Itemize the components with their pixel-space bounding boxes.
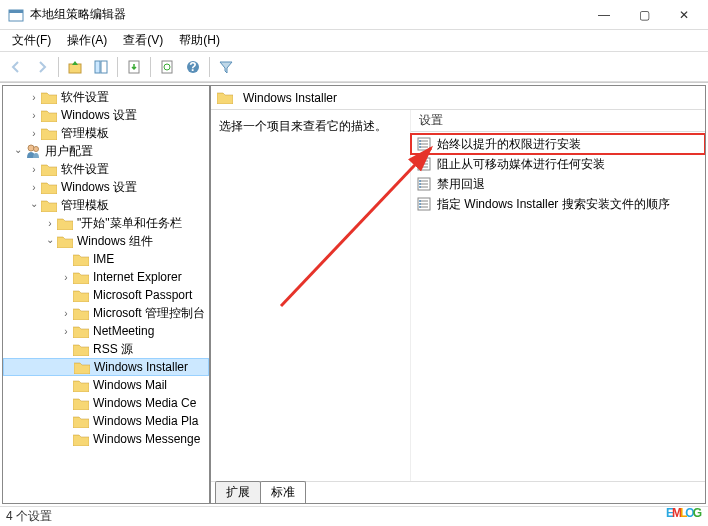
tree-item[interactable]: ⌄管理模板 bbox=[3, 196, 209, 214]
svg-point-18 bbox=[419, 146, 421, 148]
policy-item[interactable]: 始终以提升的权限进行安装 bbox=[411, 134, 705, 154]
policy-label: 指定 Windows Installer 搜索安装文件的顺序 bbox=[437, 196, 670, 213]
toolbar-separator bbox=[209, 57, 210, 77]
policy-item[interactable]: 阻止从可移动媒体进行任何安装 bbox=[411, 154, 705, 174]
tree-item-label: "开始"菜单和任务栏 bbox=[77, 215, 182, 232]
svg-point-23 bbox=[419, 160, 421, 162]
content-header: Windows Installer bbox=[211, 86, 705, 110]
tree-item-label: 用户配置 bbox=[45, 143, 93, 160]
menu-action[interactable]: 操作(A) bbox=[59, 30, 115, 51]
chevron-right-icon[interactable]: › bbox=[27, 92, 41, 103]
chevron-down-icon[interactable]: ⌄ bbox=[43, 234, 57, 245]
minimize-button[interactable]: — bbox=[584, 1, 624, 29]
tree-item[interactable]: ›RSS 源 bbox=[3, 340, 209, 358]
chevron-right-icon[interactable]: › bbox=[27, 128, 41, 139]
back-button[interactable] bbox=[4, 55, 28, 79]
menu-help[interactable]: 帮助(H) bbox=[171, 30, 228, 51]
folder-icon bbox=[73, 343, 89, 356]
svg-point-11 bbox=[34, 147, 39, 152]
toolbar: ? bbox=[0, 52, 708, 82]
forward-button[interactable] bbox=[30, 55, 54, 79]
chevron-right-icon[interactable]: › bbox=[27, 164, 41, 175]
chevron-down-icon[interactable]: ⌄ bbox=[27, 198, 41, 209]
svg-text:?: ? bbox=[189, 60, 196, 74]
view-tabs: 扩展 标准 bbox=[211, 481, 705, 503]
tree-item-label: RSS 源 bbox=[93, 341, 133, 358]
policy-item[interactable]: 指定 Windows Installer 搜索安装文件的顺序 bbox=[411, 194, 705, 214]
svg-point-39 bbox=[419, 206, 421, 208]
toolbar-separator bbox=[58, 57, 59, 77]
tree-item[interactable]: ›NetMeeting bbox=[3, 322, 209, 340]
main-area: ›软件设置›Windows 设置›管理模板⌄用户配置›软件设置›Windows … bbox=[0, 82, 708, 506]
tree-item[interactable]: ›Microsoft Passport bbox=[3, 286, 209, 304]
tree-item[interactable]: ›Internet Explorer bbox=[3, 268, 209, 286]
tree-item-label: 软件设置 bbox=[61, 161, 109, 178]
chevron-right-icon[interactable]: › bbox=[43, 218, 57, 229]
watermark-letter: M bbox=[672, 506, 680, 520]
tree-item[interactable]: ›Windows Media Ce bbox=[3, 394, 209, 412]
menu-view[interactable]: 查看(V) bbox=[115, 30, 171, 51]
tree-item[interactable]: ›软件设置 bbox=[3, 88, 209, 106]
tree-item[interactable]: ›Windows Messenge bbox=[3, 430, 209, 448]
chevron-right-icon[interactable]: › bbox=[59, 308, 73, 319]
refresh-button[interactable] bbox=[155, 55, 179, 79]
tree-item[interactable]: ›"开始"菜单和任务栏 bbox=[3, 214, 209, 232]
filter-button[interactable] bbox=[214, 55, 238, 79]
tree-item-label: Windows 设置 bbox=[61, 107, 137, 124]
up-button[interactable] bbox=[63, 55, 87, 79]
folder-icon bbox=[73, 415, 89, 428]
svg-point-37 bbox=[419, 200, 421, 202]
chevron-right-icon[interactable]: › bbox=[27, 182, 41, 193]
watermark-letter: O bbox=[685, 506, 692, 520]
folder-icon bbox=[57, 217, 73, 230]
column-header-settings[interactable]: 设置 bbox=[411, 110, 705, 132]
folder-icon bbox=[73, 271, 89, 284]
export-button[interactable] bbox=[122, 55, 146, 79]
policy-item[interactable]: 禁用回退 bbox=[411, 174, 705, 194]
content-panel: Windows Installer 选择一个项目来查看它的描述。 设置 始终以提… bbox=[210, 85, 706, 504]
user-config-icon bbox=[25, 143, 41, 159]
chevron-down-icon[interactable]: ⌄ bbox=[11, 144, 25, 155]
tree-item[interactable]: ›Windows Mail bbox=[3, 376, 209, 394]
tree-item[interactable]: ⌄用户配置 bbox=[3, 142, 209, 160]
tab-extended[interactable]: 扩展 bbox=[215, 481, 261, 503]
folder-icon bbox=[41, 109, 57, 122]
description-prompt: 选择一个项目来查看它的描述。 bbox=[219, 119, 387, 133]
tree-item[interactable]: ›Microsoft 管理控制台 bbox=[3, 304, 209, 322]
chevron-right-icon[interactable]: › bbox=[59, 272, 73, 283]
tab-standard[interactable]: 标准 bbox=[260, 481, 306, 503]
tree-item[interactable]: ›IME bbox=[3, 250, 209, 268]
tree-item[interactable]: ›Windows Installer bbox=[3, 358, 209, 376]
tree-item-label: 管理模板 bbox=[61, 125, 109, 142]
svg-point-25 bbox=[419, 166, 421, 168]
svg-point-10 bbox=[28, 145, 34, 151]
folder-icon bbox=[73, 379, 89, 392]
tree-item[interactable]: ›Windows 设置 bbox=[3, 178, 209, 196]
tree-item[interactable]: ›Windows 设置 bbox=[3, 106, 209, 124]
tree-item[interactable]: ›Windows Media Pla bbox=[3, 412, 209, 430]
menu-file[interactable]: 文件(F) bbox=[4, 30, 59, 51]
chevron-right-icon[interactable]: › bbox=[27, 110, 41, 121]
svg-point-31 bbox=[419, 183, 421, 185]
window-title: 本地组策略编辑器 bbox=[30, 6, 584, 23]
tree-item-label: 软件设置 bbox=[61, 89, 109, 106]
tree-item-label: 管理模板 bbox=[61, 197, 109, 214]
folder-icon bbox=[74, 361, 90, 374]
tree-item[interactable]: ›管理模板 bbox=[3, 124, 209, 142]
folder-icon bbox=[41, 199, 57, 212]
show-hide-tree-button[interactable] bbox=[89, 55, 113, 79]
chevron-right-icon[interactable]: › bbox=[59, 326, 73, 337]
watermark-logo: EMLOG bbox=[666, 506, 700, 520]
close-button[interactable]: ✕ bbox=[664, 1, 704, 29]
help-button[interactable]: ? bbox=[181, 55, 205, 79]
tree-item[interactable]: ›软件设置 bbox=[3, 160, 209, 178]
policy-label: 阻止从可移动媒体进行任何安装 bbox=[437, 156, 605, 173]
maximize-button[interactable]: ▢ bbox=[624, 1, 664, 29]
folder-icon bbox=[73, 325, 89, 338]
tree-item[interactable]: ⌄Windows 组件 bbox=[3, 232, 209, 250]
status-text: 4 个设置 bbox=[6, 508, 52, 525]
toolbar-separator bbox=[150, 57, 151, 77]
folder-icon bbox=[73, 307, 89, 320]
policy-icon bbox=[417, 197, 431, 211]
tree-panel[interactable]: ›软件设置›Windows 设置›管理模板⌄用户配置›软件设置›Windows … bbox=[2, 85, 210, 504]
